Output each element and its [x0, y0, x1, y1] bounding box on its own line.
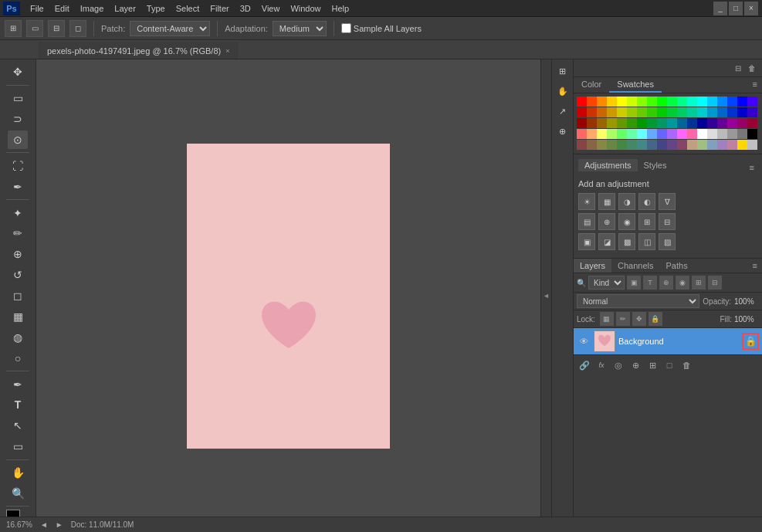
menu-help[interactable]: Help — [327, 2, 355, 15]
styles-tab[interactable]: Styles — [638, 159, 673, 171]
layers-filter-icon6[interactable]: ⊟ — [708, 276, 722, 290]
menu-view[interactable]: View — [256, 2, 286, 15]
tool-options-icon3[interactable]: ⊟ — [48, 20, 65, 37]
swatch[interactable] — [657, 107, 667, 117]
swatch[interactable] — [657, 140, 667, 150]
swatch[interactable] — [597, 107, 607, 117]
swatch[interactable] — [707, 129, 717, 139]
swatch[interactable] — [587, 97, 597, 107]
menu-layer[interactable]: Layer — [109, 2, 141, 15]
adj-selective-color-icon[interactable]: ▨ — [659, 233, 676, 250]
swatch[interactable] — [637, 107, 647, 117]
swatch[interactable] — [747, 107, 757, 117]
adj-gradient-map-icon[interactable]: ◫ — [638, 233, 655, 250]
swatch[interactable] — [577, 140, 587, 150]
swatch[interactable] — [637, 140, 647, 150]
minimize-button[interactable]: _ — [713, 2, 727, 15]
layers-filter-icon1[interactable]: ▣ — [627, 276, 641, 290]
eraser-tool[interactable]: ◻ — [8, 286, 28, 306]
swatch[interactable] — [737, 129, 747, 139]
blend-mode-select[interactable]: Normal — [577, 294, 699, 308]
lock-transparent-icon[interactable]: ▦ — [600, 312, 614, 326]
panel-menu-btn[interactable]: ≡ — [748, 77, 762, 93]
adj-posterize-icon[interactable]: ◪ — [598, 233, 615, 250]
swatch[interactable] — [587, 118, 597, 128]
swatch[interactable] — [707, 107, 717, 117]
swatch[interactable] — [657, 129, 667, 139]
swatch[interactable] — [667, 97, 677, 107]
swatch[interactable] — [727, 140, 737, 150]
swatch[interactable] — [607, 129, 617, 139]
swatch[interactable] — [667, 129, 677, 139]
menu-select[interactable]: Select — [171, 2, 205, 15]
swatch[interactable] — [657, 118, 667, 128]
eyedropper-tool[interactable]: ✒ — [8, 177, 28, 196]
swatch[interactable] — [697, 97, 707, 107]
swatch[interactable] — [597, 129, 607, 139]
swatches-tab[interactable]: Swatches — [609, 77, 662, 93]
status-nav-next[interactable]: ► — [56, 520, 63, 529]
swatch[interactable] — [677, 118, 687, 128]
tool-options-icon4[interactable]: ◻ — [69, 20, 86, 37]
swatch[interactable] — [607, 118, 617, 128]
right-tool4[interactable]: ⊕ — [554, 123, 571, 140]
swatch[interactable] — [637, 97, 647, 107]
adj-bw-icon[interactable]: ◉ — [618, 213, 635, 230]
maximize-button[interactable]: □ — [729, 2, 743, 15]
paths-tab[interactable]: Paths — [660, 259, 694, 273]
menu-filter[interactable]: Filter — [205, 2, 234, 15]
swatch[interactable] — [747, 140, 757, 150]
clone-tool[interactable]: ⊕ — [8, 245, 28, 264]
adj-exposure-icon[interactable]: ◐ — [638, 193, 655, 210]
new-adjustment-icon[interactable]: ⊕ — [628, 357, 643, 373]
layers-tab[interactable]: Layers — [574, 259, 611, 273]
lock-position-icon[interactable]: ✥ — [632, 312, 646, 326]
swatch[interactable] — [747, 129, 757, 139]
swatch[interactable] — [647, 118, 657, 128]
menu-image[interactable]: Image — [75, 2, 110, 15]
swatch[interactable] — [577, 129, 587, 139]
swatch[interactable] — [707, 97, 717, 107]
swatch[interactable] — [717, 129, 727, 139]
layers-panel-menu[interactable]: ≡ — [748, 259, 762, 273]
status-nav-prev[interactable]: ◄ — [40, 520, 48, 529]
adj-color-balance-icon[interactable]: ⊕ — [598, 213, 615, 230]
swatch[interactable] — [627, 97, 637, 107]
swatch[interactable] — [597, 118, 607, 128]
sample-all-layers-checkbox[interactable] — [341, 23, 351, 33]
swatch[interactable] — [717, 107, 727, 117]
swatch[interactable] — [687, 118, 697, 128]
panel-collapse-handle[interactable]: ◄ — [540, 59, 551, 532]
adj-channel-mixer-icon[interactable]: ⊟ — [659, 213, 676, 230]
swatch[interactable] — [617, 97, 627, 107]
swatch[interactable] — [607, 107, 617, 117]
swatch[interactable] — [737, 97, 747, 107]
new-group-icon[interactable]: ⊞ — [645, 357, 660, 373]
swatch[interactable] — [737, 140, 747, 150]
swatch[interactable] — [597, 97, 607, 107]
swatch[interactable] — [647, 129, 657, 139]
adj-brightness-icon[interactable]: ☀ — [578, 193, 595, 210]
swatch[interactable] — [607, 140, 617, 150]
swatch[interactable] — [667, 140, 677, 150]
tool-options-icon2[interactable]: ▭ — [26, 20, 43, 37]
swatch[interactable] — [737, 107, 747, 117]
adj-curves-icon[interactable]: ◑ — [618, 193, 635, 210]
hand-tool[interactable]: ✋ — [8, 463, 28, 483]
swatch[interactable] — [677, 129, 687, 139]
spot-heal-tool[interactable]: ✦ — [8, 203, 28, 222]
swatch[interactable] — [697, 107, 707, 117]
layers-filter-icon5[interactable]: ⊞ — [692, 276, 706, 290]
adj-vibrance-icon[interactable]: ∇ — [659, 193, 676, 210]
adj-photo-filter-icon[interactable]: ⊞ — [638, 213, 655, 230]
channels-tab[interactable]: Channels — [611, 259, 659, 273]
adj-hue-icon[interactable]: ▤ — [578, 213, 595, 230]
sample-all-layers-label[interactable]: Sample All Layers — [341, 23, 422, 33]
swatch[interactable] — [697, 118, 707, 128]
swatch[interactable] — [717, 140, 727, 150]
menu-3d[interactable]: 3D — [235, 2, 256, 15]
fx-icon[interactable]: fx — [594, 357, 609, 373]
swatch[interactable] — [707, 140, 717, 150]
move-tool[interactable]: ✥ — [8, 63, 28, 82]
swatch[interactable] — [657, 97, 667, 107]
